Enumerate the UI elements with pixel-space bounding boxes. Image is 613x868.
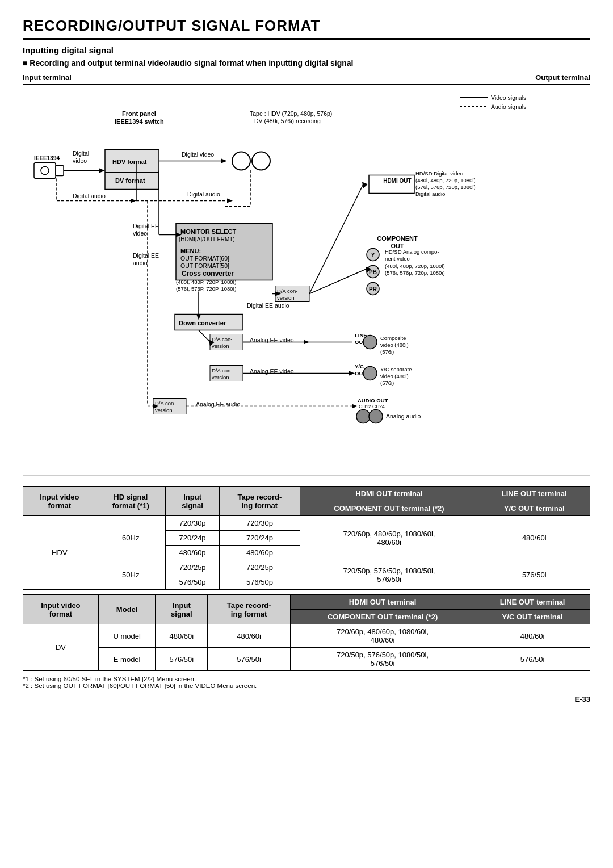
svg-text:DV format: DV format — [115, 177, 145, 184]
svg-text:Audio signals: Audio signals — [491, 103, 526, 110]
col-input-video-format2: Input videoformat — [23, 595, 99, 624]
col-line-out2: LINE OUT terminal — [475, 595, 590, 610]
svg-text:version: version — [212, 343, 229, 349]
svg-point-115 — [369, 410, 383, 423]
svg-text:Composite: Composite — [380, 335, 406, 341]
input-720-25p: 720/25p — [165, 560, 219, 575]
tape-480-60p: 480/60p — [220, 546, 300, 560]
svg-text:Front panel: Front panel — [122, 110, 156, 117]
svg-text:Analog audio: Analog audio — [386, 413, 421, 420]
svg-text:Digital: Digital — [73, 150, 89, 157]
signal-diagram: Video signals Audio signals Front panel … — [23, 84, 590, 476]
svg-text:OUT FORMAT[50]: OUT FORMAT[50] — [180, 262, 229, 269]
input-terminal-label: Input terminal — [23, 73, 72, 82]
svg-point-10 — [41, 167, 49, 175]
hdv-format-cell: HDV — [23, 516, 96, 590]
tape-720-30p: 720/30p — [220, 516, 300, 531]
col-input-video-format: Input videoformat — [23, 487, 96, 516]
svg-marker-25 — [221, 159, 227, 163]
svg-rect-9 — [34, 163, 56, 179]
svg-point-27 — [232, 152, 250, 170]
svg-text:(576i, 576p, 720p, 1080i): (576i, 576p, 720p, 1080i) — [385, 270, 445, 276]
output-terminal-label: Output terminal — [535, 73, 590, 82]
u-model: U model — [98, 624, 156, 648]
svg-text:AUDIO OUT: AUDIO OUT — [358, 397, 388, 404]
svg-line-54 — [309, 184, 363, 294]
svg-text:(576i, 576p, 720p, 1080i): (576i, 576p, 720p, 1080i) — [415, 184, 476, 190]
hdmi-50hz: 720/50p, 576/50p, 1080/50i,576/50i — [300, 560, 478, 590]
svg-text:(480i, 480p, 720p, 1080i): (480i, 480p, 720p, 1080i) — [415, 177, 476, 183]
svg-text:OUT FORMAT[60]: OUT FORMAT[60] — [180, 255, 229, 262]
svg-text:Digital audio: Digital audio — [73, 192, 106, 199]
svg-marker-104 — [349, 371, 355, 376]
tape-720-24p: 720/24p — [220, 531, 300, 546]
svg-marker-30 — [227, 199, 233, 203]
svg-text:CH12    CH24: CH12 CH24 — [359, 404, 385, 409]
svg-text:nent video: nent video — [385, 255, 410, 262]
svg-text:Down converter: Down converter — [179, 320, 226, 326]
svg-text:HDMI OUT: HDMI OUT — [383, 178, 411, 184]
svg-point-28 — [252, 152, 270, 170]
input-720-30p: 720/30p — [165, 516, 219, 531]
input-576-50i: 576/50i — [156, 648, 208, 671]
svg-text:(480i, 480p, 720p, 1080i): (480i, 480p, 720p, 1080i) — [385, 263, 445, 269]
svg-text:Video signals: Video signals — [491, 94, 526, 101]
col-tape-record: Tape record-ing format — [220, 487, 300, 516]
page-title: RECORDING/OUTPUT SIGNAL FORMAT — [23, 17, 590, 40]
hdmi-60hz: 720/60p, 480/60p, 1080/60i,480/60i — [300, 516, 478, 560]
svg-text:Cross converter: Cross converter — [182, 270, 234, 278]
tape-720-25p: 720/25p — [220, 560, 300, 575]
svg-point-95 — [363, 336, 377, 349]
svg-text:(576i): (576i) — [380, 349, 394, 355]
col-line-out: LINE OUT terminal — [478, 487, 590, 501]
svg-text:video (480i): video (480i) — [380, 373, 409, 379]
svg-text:PR: PR — [369, 286, 377, 292]
svg-rect-11 — [56, 166, 64, 176]
svg-text:(HDMI[A]/OUT FRMT): (HDMI[A]/OUT FRMT) — [179, 236, 235, 242]
svg-text:video: video — [133, 230, 147, 237]
svg-text:COMPONENT: COMPONENT — [377, 235, 418, 242]
tape-576-50i: 576/50i — [208, 648, 291, 671]
svg-text:HD/SD Analog compo-: HD/SD Analog compo- — [385, 249, 439, 255]
tape-480-60i: 480/60i — [208, 624, 291, 648]
svg-text:Y: Y — [371, 252, 375, 258]
dv-table: Input videoformat Model Inputsignal Tape… — [23, 594, 590, 671]
svg-marker-55 — [362, 182, 368, 188]
col-input-signal2: Inputsignal — [156, 595, 208, 624]
svg-text:version: version — [155, 407, 173, 413]
footnotes: *1 : Set using 60/50 SEL in the SYSTEM [… — [23, 676, 590, 689]
svg-text:IEEE1394: IEEE1394 — [34, 155, 60, 161]
svg-point-114 — [356, 410, 370, 423]
svg-text:DV (480i, 576i) recording: DV (480i, 576i) recording — [254, 118, 321, 124]
svg-text:Digital EE: Digital EE — [133, 252, 159, 259]
svg-text:MONITOR SELECT: MONITOR SELECT — [180, 228, 236, 235]
svg-text:Digital audio: Digital audio — [187, 191, 220, 198]
svg-text:Digital EE audio: Digital EE audio — [247, 302, 289, 309]
terminal-header: Input terminal Output terminal — [23, 73, 590, 82]
hz-60: 60Hz — [96, 516, 165, 560]
footnote-1: *1 : Set using 60/50 SEL in the SYSTEM [… — [23, 676, 590, 682]
col-hd-signal: HD signalformat (*1) — [96, 487, 165, 516]
line-u-model: 480/60i — [475, 624, 590, 648]
svg-text:D/A con-: D/A con- — [277, 288, 297, 294]
col-model: Model — [98, 595, 156, 624]
input-720-24p: 720/24p — [165, 531, 219, 546]
svg-text:(576i): (576i) — [380, 380, 394, 386]
svg-text:HD/SD Digital video: HD/SD Digital video — [415, 170, 463, 177]
e-model: E model — [98, 648, 156, 671]
col-component-out: COMPONENT OUT terminal (*2) — [300, 501, 478, 516]
hz-50: 50Hz — [96, 560, 165, 590]
svg-text:video: video — [73, 157, 87, 164]
input-480-60i: 480/60i — [156, 624, 208, 648]
svg-text:Y/C: Y/C — [355, 363, 364, 370]
svg-text:(480I, 480P, 720P, 1080I): (480I, 480P, 720P, 1080I) — [176, 279, 236, 285]
svg-text:PB: PB — [369, 269, 377, 275]
svg-marker-23 — [131, 199, 136, 203]
line-e-model: 576/50i — [475, 648, 590, 671]
svg-text:D/A con-: D/A con- — [212, 336, 232, 342]
col-hdmi-out2: HDMI OUT terminal — [291, 595, 475, 610]
section-title: Inputting digital signal — [23, 45, 590, 55]
dv-format-cell: DV — [23, 624, 99, 671]
svg-text:HDV format: HDV format — [112, 158, 147, 165]
input-576-50p: 576/50p — [165, 575, 219, 590]
